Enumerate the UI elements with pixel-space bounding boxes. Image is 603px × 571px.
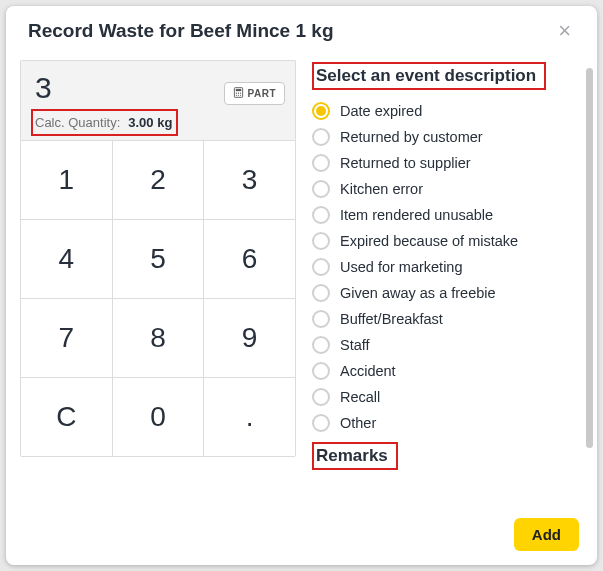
svg-rect-1 <box>235 89 241 91</box>
event-option[interactable]: Buffet/Breakfast <box>312 306 585 332</box>
event-option-label: Other <box>340 415 376 431</box>
quantity-value: 3 <box>31 71 52 105</box>
event-section-title: Select an event description <box>312 62 546 90</box>
close-icon[interactable]: × <box>554 20 575 42</box>
key-2[interactable]: 2 <box>113 141 204 219</box>
record-waste-modal: Record Waste for Beef Mince 1 kg × 3 PAR… <box>6 6 597 565</box>
radio-icon <box>312 362 330 380</box>
radio-icon <box>312 284 330 302</box>
svg-point-6 <box>237 95 238 96</box>
event-option-label: Kitchen error <box>340 181 423 197</box>
event-option-label: Returned to supplier <box>340 155 471 171</box>
event-option[interactable]: Kitchen error <box>312 176 585 202</box>
scrollbar[interactable] <box>586 68 593 448</box>
event-option-label: Returned by customer <box>340 129 483 145</box>
event-option[interactable]: Item rendered unusable <box>312 202 585 228</box>
event-panel: Select an event description Date expired… <box>296 50 587 508</box>
modal-title: Record Waste for Beef Mince 1 kg <box>28 20 554 42</box>
key-0[interactable]: 0 <box>113 378 204 456</box>
svg-point-4 <box>239 93 240 94</box>
radio-icon <box>312 206 330 224</box>
add-button[interactable]: Add <box>514 518 579 551</box>
radio-icon <box>312 310 330 328</box>
event-option-label: Item rendered unusable <box>340 207 493 223</box>
svg-point-3 <box>237 93 238 94</box>
calc-quantity-row: Calc. Quantity: 3.00 kg <box>31 109 178 136</box>
event-option[interactable]: Returned by customer <box>312 124 585 150</box>
svg-point-7 <box>239 95 240 96</box>
radio-icon <box>312 232 330 250</box>
key-6[interactable]: 6 <box>204 220 295 298</box>
event-option[interactable]: Staff <box>312 332 585 358</box>
radio-icon <box>312 128 330 146</box>
key-clear[interactable]: C <box>21 378 112 456</box>
event-option-label: Used for marketing <box>340 259 463 275</box>
event-option-label: Accident <box>340 363 396 379</box>
modal-footer: Add <box>6 508 597 565</box>
part-button-label: PART <box>248 88 276 99</box>
key-dot[interactable]: . <box>204 378 295 456</box>
key-8[interactable]: 8 <box>113 299 204 377</box>
calc-quantity-label: Calc. Quantity: <box>35 115 120 130</box>
event-option-label: Staff <box>340 337 370 353</box>
event-option[interactable]: Returned to supplier <box>312 150 585 176</box>
event-option[interactable]: Given away as a freebie <box>312 280 585 306</box>
svg-point-5 <box>235 95 236 96</box>
calculator-icon <box>233 87 244 100</box>
quantity-display: 3 PART Calc. Quantity: 3.00 kg <box>20 60 296 140</box>
modal-body: 3 PART Calc. Quantity: 3.00 kg 123456789… <box>6 50 597 508</box>
radio-icon <box>312 154 330 172</box>
radio-icon <box>312 258 330 276</box>
event-option[interactable]: Expired because of mistake <box>312 228 585 254</box>
event-option[interactable]: Date expired <box>312 98 585 124</box>
keypad: 123456789C0. <box>20 140 296 457</box>
radio-icon <box>312 414 330 432</box>
event-options-list: Date expiredReturned by customerReturned… <box>312 98 585 436</box>
part-button[interactable]: PART <box>224 82 285 105</box>
event-option-label: Recall <box>340 389 380 405</box>
key-7[interactable]: 7 <box>21 299 112 377</box>
radio-icon <box>312 180 330 198</box>
remarks-section-title: Remarks <box>312 442 398 470</box>
event-option-label: Date expired <box>340 103 422 119</box>
event-option-label: Given away as a freebie <box>340 285 496 301</box>
event-option[interactable]: Used for marketing <box>312 254 585 280</box>
quantity-panel: 3 PART Calc. Quantity: 3.00 kg 123456789… <box>6 50 296 508</box>
radio-icon <box>312 102 330 120</box>
key-9[interactable]: 9 <box>204 299 295 377</box>
modal-header: Record Waste for Beef Mince 1 kg × <box>6 6 597 50</box>
key-1[interactable]: 1 <box>21 141 112 219</box>
key-3[interactable]: 3 <box>204 141 295 219</box>
calc-quantity-value: 3.00 kg <box>128 115 172 130</box>
radio-icon <box>312 336 330 354</box>
event-option-label: Buffet/Breakfast <box>340 311 443 327</box>
event-option-label: Expired because of mistake <box>340 233 518 249</box>
key-5[interactable]: 5 <box>113 220 204 298</box>
key-4[interactable]: 4 <box>21 220 112 298</box>
event-option[interactable]: Recall <box>312 384 585 410</box>
radio-icon <box>312 388 330 406</box>
event-option[interactable]: Other <box>312 410 585 436</box>
svg-point-2 <box>235 93 236 94</box>
event-option[interactable]: Accident <box>312 358 585 384</box>
